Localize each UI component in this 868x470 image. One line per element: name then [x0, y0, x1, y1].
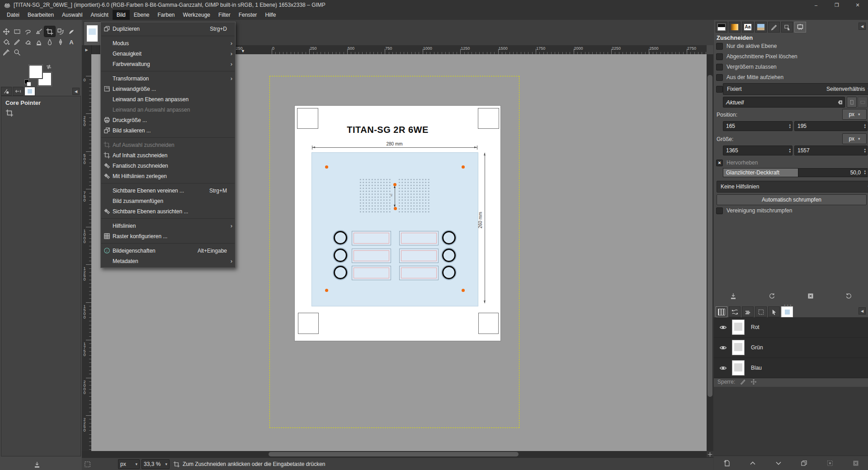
tab-patterns[interactable]: [755, 22, 767, 33]
highlight-checkbox[interactable]: ×: [716, 160, 723, 166]
tool-button-free-select-icon[interactable]: [23, 26, 33, 37]
highlight-opacity-slider[interactable]: Glanzlichter-Deckkraft 50,0 ▴▾: [723, 168, 868, 177]
menubar-item-hilfe[interactable]: Hilfe: [261, 10, 280, 20]
menubar-item-bild[interactable]: Bild: [113, 10, 130, 20]
menu-item[interactable]: Genauigkeit›: [101, 48, 235, 59]
vertical-scrollbar-thumb[interactable]: [708, 75, 712, 397]
ruler-corner-button[interactable]: ▶: [82, 45, 92, 54]
composition-guides-select[interactable]: Keine Hilfslinien▾: [717, 181, 868, 193]
menu-item[interactable]: Auf Inhalt zuschneiden: [101, 150, 235, 160]
visibility-toggle[interactable]: [714, 324, 732, 331]
delete-preset-icon[interactable]: [807, 292, 814, 300]
position-y-field[interactable]: 195 ▴▾: [794, 121, 868, 131]
tool-button-smudge-icon[interactable]: [44, 37, 55, 47]
menu-item[interactable]: Bild zusammenfügen: [101, 196, 235, 206]
menubar-item-werkzeuge[interactable]: Werkzeuge: [179, 10, 214, 20]
spinner-icon[interactable]: ▴▾: [789, 123, 792, 129]
autoshrink-button[interactable]: Automatisch schrumpfen: [717, 194, 867, 205]
save-preset-icon[interactable]: [730, 292, 737, 300]
position-x-field[interactable]: 165 ▴▾: [723, 121, 793, 131]
tab-selection[interactable]: [755, 306, 767, 317]
vertical-ruler[interactable]: 02 5 05 0 07 5 01 0 0 01 2 5 01 5 0 01 7…: [82, 54, 92, 451]
menu-item[interactable]: Hilfslinien›: [101, 221, 235, 231]
menu-item[interactable]: Druckgröße ...: [101, 115, 235, 125]
quick-mask-icon[interactable]: [84, 461, 91, 468]
menu-item[interactable]: DuplizierenStrg+D: [101, 24, 235, 34]
spinner-icon[interactable]: ▴▾: [864, 148, 867, 153]
menubar-item-ebene[interactable]: Ebene: [130, 10, 154, 20]
menubar-item-filter[interactable]: Filter: [214, 10, 235, 20]
menu-item[interactable]: Sichtbare Ebenen vereinen ...Strg+M: [101, 185, 235, 196]
spinner-icon[interactable]: ▴▾: [864, 169, 867, 175]
raise-channel-icon[interactable]: [749, 460, 756, 467]
new-channel-icon[interactable]: [723, 460, 731, 467]
tab-device-status[interactable]: [781, 22, 793, 33]
visibility-toggle[interactable]: [714, 344, 732, 352]
lock-paint-icon[interactable]: [740, 379, 746, 385]
menu-item[interactable]: Transformation›: [101, 73, 235, 84]
lower-channel-icon[interactable]: [775, 460, 782, 467]
tool-button-text-icon[interactable]: A: [66, 37, 77, 47]
menu-item[interactable]: Sichtbare Ebenen ausrichten ...: [101, 206, 235, 216]
minimize-button[interactable]: –: [806, 0, 826, 10]
menu-item[interactable]: Leinwand an Ebenen anpassen: [101, 94, 235, 104]
size-width-field[interactable]: 1365 ▴▾: [723, 146, 793, 155]
swap-colors-icon[interactable]: [45, 63, 52, 70]
aspect-ratio-entry[interactable]: Aktuell: [723, 97, 845, 108]
menu-item[interactable]: Modus›: [101, 38, 235, 48]
size-unit-select[interactable]: px▾: [842, 133, 867, 144]
unit-select[interactable]: px▾: [118, 459, 140, 469]
shrink-merged-checkbox[interactable]: [716, 207, 723, 214]
tab-gradients[interactable]: [729, 22, 741, 33]
channel-row-blau[interactable]: Blau: [714, 358, 868, 378]
horizontal-scrollbar-thumb[interactable]: [269, 452, 519, 456]
tab-pointer[interactable]: [768, 306, 780, 317]
menu-item[interactable]: Leinwandgröße ...: [101, 84, 235, 94]
dock-menu-button[interactable]: ◀: [859, 307, 866, 315]
menubar-item-auswahl[interactable]: Auswahl: [58, 10, 86, 20]
menubar-item-farben[interactable]: Farben: [154, 10, 179, 20]
reset-options-icon[interactable]: [845, 292, 853, 300]
tool-button-transform-icon[interactable]: [55, 26, 66, 37]
tab-image-active[interactable]: [781, 306, 793, 317]
option-checkbox[interactable]: [716, 53, 723, 60]
horizontal-scrollbar[interactable]: [82, 451, 707, 457]
tab-layers[interactable]: [742, 306, 754, 317]
duplicate-channel-icon[interactable]: [801, 460, 808, 467]
save-tool-preset-icon[interactable]: [33, 461, 41, 468]
option-checkbox[interactable]: [716, 64, 723, 70]
channel-row-rot[interactable]: Rot: [714, 317, 868, 338]
menubar-item-ansicht[interactable]: Ansicht: [86, 10, 112, 20]
dock-menu-button[interactable]: ◀: [72, 88, 80, 95]
menubar-item-fenster[interactable]: Fenster: [235, 10, 261, 20]
option-checkbox[interactable]: [716, 74, 723, 81]
close-button[interactable]: ✕: [847, 0, 868, 10]
tab-tool-options-active[interactable]: [794, 22, 806, 33]
size-height-field[interactable]: 1557 ▴▾: [794, 146, 868, 155]
menu-item[interactable]: Farbverwaltung›: [101, 59, 235, 69]
tab-fonts[interactable]: Aa: [742, 22, 754, 33]
menubar-item-bearbeiten[interactable]: Bearbeiten: [24, 10, 58, 20]
tab-tool-options[interactable]: [1, 87, 12, 96]
dock-menu-button[interactable]: ◀: [859, 23, 866, 30]
tool-button-fuzzy-select-icon[interactable]: [33, 26, 44, 37]
menu-item[interactable]: Mit Hilfslinien zerlegen: [101, 171, 235, 181]
channel-to-selection-icon[interactable]: [826, 460, 834, 467]
default-colors-icon[interactable]: [24, 80, 31, 86]
spinner-icon[interactable]: ▴▾: [864, 123, 867, 129]
tab-history[interactable]: [13, 87, 24, 96]
tab-paths[interactable]: [729, 306, 741, 317]
tool-button-ink-icon[interactable]: [55, 37, 66, 47]
tool-button-handle-transform-icon[interactable]: [66, 26, 77, 37]
zoom-select[interactable]: 33,3 %▾: [142, 459, 170, 469]
landscape-orientation-button[interactable]: [858, 97, 868, 108]
option-checkbox[interactable]: [716, 43, 723, 50]
tab-paint-dynamics[interactable]: [768, 22, 780, 33]
maximize-button[interactable]: ❐: [826, 0, 847, 10]
position-unit-select[interactable]: px▾: [842, 109, 867, 120]
tool-button-clone-icon[interactable]: [33, 37, 44, 47]
image-tab[interactable]: [84, 21, 101, 46]
tool-button-move-icon[interactable]: [1, 26, 12, 37]
tab-brushes[interactable]: [716, 22, 727, 33]
tool-button-paintbrush-icon[interactable]: [12, 37, 23, 47]
